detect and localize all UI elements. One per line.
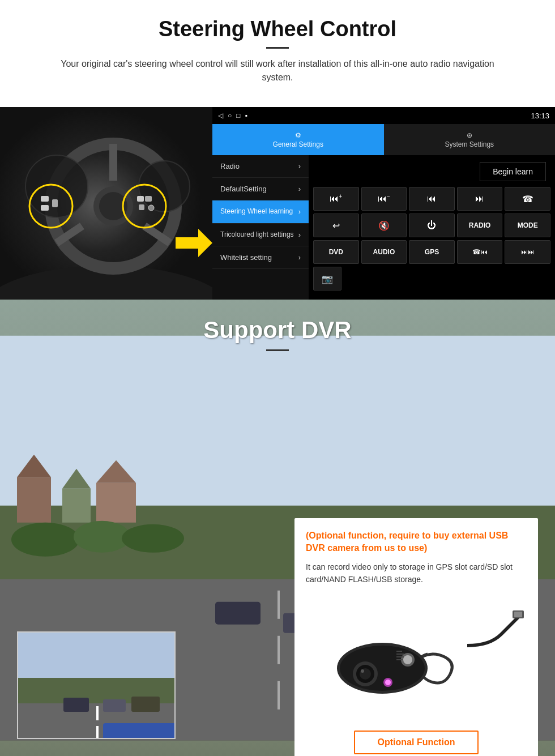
title-divider [266,47,289,49]
svg-point-8 [25,155,88,217]
ctrl-phone-prev[interactable]: ☎⏮ [457,240,503,264]
gps-label: GPS [425,248,439,256]
nav-square-icon[interactable]: □ [236,112,240,119]
dvr-lower-content: (Optional function, require to buy exter… [0,507,555,756]
next-icon: ⏭ [475,194,484,204]
settings-content: Begin learn ⏮+ ⏮− ⏮ [309,155,555,300]
svg-point-53 [340,646,425,691]
svg-point-59 [385,680,391,685]
gear-icon: ⚙ [295,131,301,139]
back-icon: ↩ [332,220,340,231]
svg-rect-14 [52,199,58,207]
svg-rect-13 [41,205,49,211]
svg-rect-15 [137,196,144,202]
ctrl-phone[interactable]: ☎ [505,187,550,211]
svg-rect-16 [145,196,152,202]
system-icon: ⊛ [467,131,472,139]
ctrl-dvd[interactable]: DVD [313,240,359,264]
menu-item-radio[interactable]: Radio › [212,155,309,178]
statusbar-nav: ◁ ○ □ ▪ [218,112,247,119]
ctrl-next[interactable]: ⏭ [457,187,503,211]
vol-plus-prev-icon: ⏮+ [330,193,342,204]
chevron-icon: › [298,162,301,170]
menu-item-defaultsetting[interactable]: DefaultSetting › [212,178,309,200]
menu-item-steering-wheel[interactable]: Steering Wheel learning › [212,200,309,224]
svg-rect-46 [63,698,89,712]
radio-label: RADIO [469,221,491,229]
dvr-thumbnail-svg [18,633,176,739]
dvr-camera-illustration [306,597,527,722]
menu-item-whitelist[interactable]: Whitelist setting › [212,246,309,269]
dvr-optional-text: (Optional function, require to buy exter… [306,529,527,555]
svg-rect-12 [41,196,49,202]
ctrl-camera[interactable]: 📷 [313,267,341,291]
steering-wheel-image [0,107,212,300]
svg-rect-43 [96,706,99,720]
nav-dot-icon[interactable]: ▪ [245,112,247,119]
svg-point-57 [361,669,364,673]
control-row-1: ⏮+ ⏮− ⏮ ⏭ ☎ [313,187,550,211]
ctrl-vol-minus-prev[interactable]: ⏮− [361,187,407,211]
dvr-divider [266,349,289,351]
android-panel: ◁ ○ □ ▪ 13:13 ⚙ General Settings ⊛ Syste… [212,107,555,300]
svg-point-61 [403,655,412,664]
phone-icon: ☎ [522,194,533,204]
tab-general-settings[interactable]: ⚙ General Settings [212,124,384,155]
svg-rect-47 [103,699,126,712]
dvr-title: Support DVR [0,317,555,344]
android-body: Radio › DefaultSetting › Steering Wheel … [212,155,555,300]
steering-wheel-svg [0,107,212,300]
ctrl-prev[interactable]: ⏮ [409,187,455,211]
ctrl-audio[interactable]: AUDIO [361,240,407,264]
ctrl-mute[interactable]: 🔇 [361,213,407,237]
page-title: Steering Wheel Control [23,17,532,41]
tab-system-settings[interactable]: ⊛ System Settings [384,124,556,155]
svg-point-18 [148,205,154,211]
chevron-icon: › [298,230,301,239]
steering-demo-area: ◁ ○ □ ▪ 13:13 ⚙ General Settings ⊛ Syste… [0,107,555,300]
section-subtitle: Your original car's steering wheel contr… [45,57,510,84]
ctrl-power[interactable]: ⏻ [409,213,455,237]
svg-rect-49 [103,723,176,739]
menu-item-tricoloured[interactable]: Tricoloured light settings › [212,224,309,247]
settings-menu: Radio › DefaultSetting › Steering Wheel … [212,155,309,300]
chevron-icon: › [298,185,301,193]
nav-back-icon[interactable]: ◁ [218,112,223,119]
steering-wheel-bg [0,107,212,300]
statusbar-time: 13:13 [531,112,549,120]
phone-prev-icon: ☎⏮ [472,248,488,256]
ctrl-next-next[interactable]: ⏭⏭ [505,240,550,264]
dvr-info-box: (Optional function, require to buy exter… [294,518,538,756]
svg-rect-44 [96,726,99,739]
ctrl-vol-plus-prev[interactable]: ⏮+ [313,187,359,211]
android-tabs: ⚙ General Settings ⊛ System Settings [212,124,555,155]
svg-rect-51 [514,612,522,617]
optional-function-button[interactable]: Optional Function [354,731,479,754]
tab-general-label: General Settings [273,140,323,148]
begin-learn-button[interactable]: Begin learn [480,162,546,181]
ctrl-radio[interactable]: RADIO [457,213,503,237]
control-grid: ⏮+ ⏮− ⏮ ⏭ ☎ [313,187,550,291]
prev-icon: ⏮ [427,194,436,204]
dvr-section: Support DVR [0,300,555,756]
vol-minus-prev-icon: ⏮− [378,193,390,204]
dvr-camera-svg [309,600,524,719]
nav-home-icon[interactable]: ○ [228,112,232,119]
chevron-icon: › [298,253,301,262]
dvr-thumbnail [17,631,176,739]
control-row-3: DVD AUDIO GPS ☎⏮ ⏭⏭ [313,240,550,264]
chevron-icon: › [298,207,301,216]
steering-section: Steering Wheel Control Your original car… [0,0,555,107]
begin-learn-row: Begin learn [313,160,550,183]
ctrl-mode[interactable]: MODE [505,213,550,237]
control-row-2: ↩ 🔇 ⏻ RADIO MODE [313,213,550,237]
dvr-description: It can record video only to storage in G… [306,561,527,586]
camera-icon: 📷 [322,274,333,284]
ctrl-gps[interactable]: GPS [409,240,455,264]
dvd-label: DVD [329,248,343,256]
svg-rect-17 [139,204,144,210]
audio-label: AUDIO [373,248,395,256]
android-statusbar: ◁ ○ □ ▪ 13:13 [212,107,555,124]
svg-point-9 [139,161,190,212]
ctrl-back[interactable]: ↩ [313,213,359,237]
